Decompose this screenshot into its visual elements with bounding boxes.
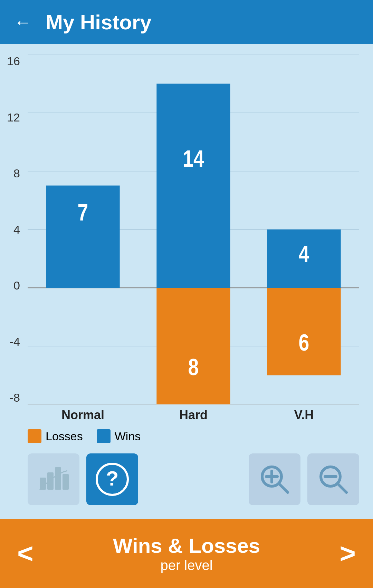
legend-losses-color bbox=[28, 429, 41, 443]
bar-hard-wins-label: 14 bbox=[183, 146, 204, 172]
bar-hard-losses bbox=[156, 288, 230, 404]
y-label-16: 16 bbox=[7, 55, 20, 68]
chart-icon bbox=[38, 464, 69, 495]
chart-toolbar: ? bbox=[28, 447, 359, 512]
app-header: ← My History bbox=[0, 0, 373, 44]
help-button[interactable]: ? bbox=[86, 453, 138, 505]
svg-rect-10 bbox=[55, 467, 61, 490]
svg-line-20 bbox=[338, 484, 346, 492]
chart-container: 16 12 8 4 0 -4 -8 bbox=[0, 44, 373, 519]
bar-normal-wins-label: 7 bbox=[78, 199, 88, 225]
zoom-in-icon bbox=[257, 462, 292, 497]
bar-vh-wins-label: 4 bbox=[299, 241, 309, 266]
y-label-8: 8 bbox=[13, 167, 20, 180]
chart-legend: Losses Wins bbox=[28, 422, 359, 447]
y-label-neg8: -8 bbox=[10, 391, 20, 404]
y-label-4: 4 bbox=[13, 223, 20, 236]
next-button[interactable]: > bbox=[339, 538, 356, 569]
chart-type-button[interactable] bbox=[28, 453, 79, 505]
help-icon: ? bbox=[95, 462, 130, 497]
bar-hard-losses-label: 8 bbox=[188, 354, 199, 380]
zoom-out-icon bbox=[316, 462, 351, 497]
y-axis: 16 12 8 4 0 -4 -8 bbox=[7, 55, 20, 404]
x-label-vh: V.H bbox=[249, 408, 359, 422]
bar-hard-wins bbox=[156, 84, 230, 288]
svg-rect-11 bbox=[63, 474, 69, 490]
bottom-title: Wins & Losses bbox=[113, 534, 260, 558]
legend-wins-label: Wins bbox=[115, 430, 141, 443]
x-label-normal: Normal bbox=[28, 408, 138, 422]
legend-losses: Losses bbox=[28, 429, 83, 443]
legend-wins-color bbox=[97, 429, 111, 443]
zoom-in-button[interactable] bbox=[249, 453, 300, 505]
bar-chart: 7 14 8 4 6 bbox=[28, 55, 359, 404]
svg-text:?: ? bbox=[106, 467, 119, 490]
bar-vh-losses-label: 6 bbox=[299, 330, 309, 355]
x-axis-labels: Normal Hard V.H bbox=[28, 404, 359, 422]
bottom-navigation-bar: < Wins & Losses per level > bbox=[0, 519, 373, 588]
legend-losses-label: Losses bbox=[46, 430, 83, 443]
x-label-hard: Hard bbox=[138, 408, 249, 422]
svg-rect-9 bbox=[47, 472, 54, 490]
legend-wins: Wins bbox=[97, 429, 141, 443]
y-label-12: 12 bbox=[7, 111, 20, 124]
back-button[interactable]: ← bbox=[14, 12, 32, 32]
y-label-neg4: -4 bbox=[10, 335, 20, 349]
bottom-subtitle: per level bbox=[113, 558, 260, 573]
prev-button[interactable]: < bbox=[17, 538, 34, 569]
chart-area: 16 12 8 4 0 -4 -8 bbox=[28, 55, 359, 404]
page-title: My History bbox=[46, 10, 152, 34]
y-label-0: 0 bbox=[13, 279, 20, 292]
svg-line-17 bbox=[279, 484, 288, 492]
zoom-out-button[interactable] bbox=[307, 453, 359, 505]
bottom-center-content: Wins & Losses per level bbox=[113, 534, 260, 573]
svg-rect-8 bbox=[40, 478, 46, 490]
